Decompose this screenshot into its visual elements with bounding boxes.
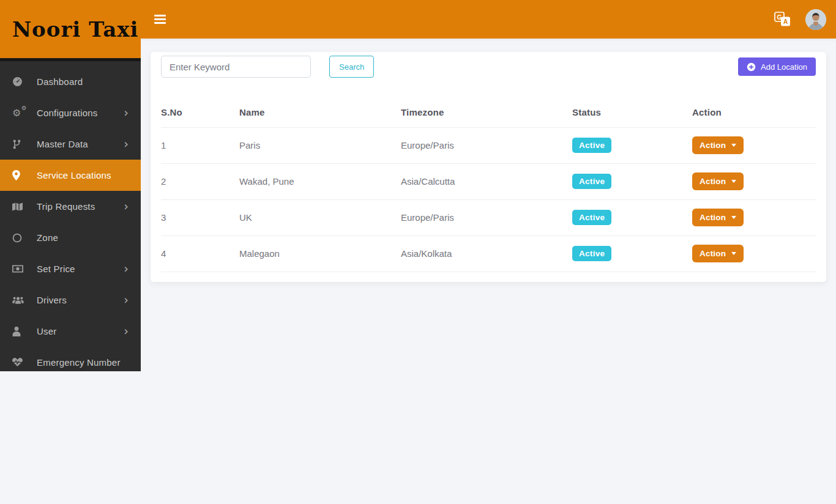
status-badge: Active — [572, 138, 611, 153]
action-button-label: Action — [700, 141, 726, 150]
locations-table: S.No Name Timezone Status Action 1ParisE… — [161, 98, 816, 272]
header-status: Status — [572, 98, 692, 127]
cell-action: Action — [692, 163, 816, 199]
cell-name: Malegaon — [239, 235, 401, 272]
brand-name: Noori Taxi — [12, 17, 138, 42]
service-locations-card: Search Add Location S.No Name Timezone S… — [151, 52, 826, 282]
add-location-label: Add Location — [761, 62, 807, 72]
cell-sno: 3 — [161, 199, 239, 235]
cell-name: Wakad, Pune — [239, 163, 401, 199]
caret-down-icon — [731, 216, 736, 219]
sidebar-item-service-locations[interactable]: Service Locations — [0, 160, 141, 191]
gears-icon: ⚙⚙ — [12, 107, 28, 119]
user-icon — [12, 325, 28, 338]
toolbar: Search Add Location — [161, 56, 816, 78]
topbar-right: G A — [774, 9, 826, 30]
brand-logo[interactable]: Noori Taxi — [0, 0, 141, 61]
sidebar-item-dashboard[interactable]: Dashboard — [0, 66, 141, 97]
table-header-row: S.No Name Timezone Status Action — [161, 98, 816, 127]
action-button-label: Action — [700, 213, 726, 222]
sidebar-item-set-price[interactable]: Set Price› — [0, 253, 141, 284]
map-marker-icon — [12, 169, 28, 182]
header-action: Action — [692, 98, 816, 127]
caret-down-icon — [731, 180, 736, 183]
chevron-right-icon: › — [124, 325, 129, 337]
action-button-label: Action — [700, 249, 726, 258]
cell-action: Action — [692, 235, 816, 272]
search-input[interactable] — [161, 56, 311, 78]
sidebar-item-label: User — [37, 326, 56, 336]
cell-action: Action — [692, 199, 816, 235]
action-dropdown-button[interactable]: Action — [692, 172, 744, 190]
sidebar-item-user[interactable]: User› — [0, 316, 141, 347]
translate-icon[interactable]: G A — [774, 12, 791, 27]
sidebar-item-label: Dashboard — [37, 76, 83, 87]
sidebar-item-label: Drivers — [37, 295, 67, 305]
sidebar-item-label: Zone — [37, 232, 58, 243]
caret-down-icon — [731, 144, 736, 147]
table-row: 2Wakad, PuneAsia/CalcuttaActiveAction — [161, 163, 816, 199]
svg-text:A: A — [783, 18, 788, 25]
cell-status: Active — [572, 163, 692, 199]
chevron-right-icon: › — [124, 201, 129, 212]
sidebar-item-label: Master Data — [37, 139, 88, 149]
sidebar-item-drivers[interactable]: Drivers› — [0, 284, 141, 316]
chevron-right-icon: › — [124, 294, 129, 306]
status-badge: Active — [572, 246, 611, 261]
sidebar-item-trip-requests[interactable]: Trip Requests› — [0, 191, 141, 222]
action-dropdown-button[interactable]: Action — [692, 245, 744, 262]
hamburger-menu-icon[interactable] — [154, 13, 166, 26]
cell-timezone: Asia/Calcutta — [401, 163, 572, 199]
caret-down-icon — [731, 252, 736, 255]
plus-circle-icon — [747, 62, 756, 72]
chevron-right-icon: › — [124, 263, 129, 275]
action-button-label: Action — [700, 177, 726, 186]
dashboard-icon — [12, 76, 28, 88]
cell-status: Active — [572, 199, 692, 235]
sidebar-item-label: Trip Requests — [37, 201, 95, 212]
sidebar-item-emergency-number[interactable]: Emergency Number — [0, 347, 141, 371]
status-badge: Active — [572, 174, 611, 189]
sidebar-item-label: Set Price — [37, 264, 75, 274]
user-avatar[interactable] — [805, 9, 826, 30]
action-dropdown-button[interactable]: Action — [692, 136, 744, 154]
chevron-right-icon: › — [124, 107, 129, 119]
sidebar-item-label: Emergency Number — [37, 357, 121, 368]
sidebar-item-label: Configurations — [37, 108, 98, 118]
sidebar-nav: Dashboard⚙⚙Configurations›Master Data›Se… — [0, 61, 141, 371]
chevron-right-icon: › — [124, 138, 129, 150]
action-dropdown-button[interactable]: Action — [692, 209, 744, 226]
money-icon — [12, 263, 28, 275]
users-icon — [12, 294, 28, 306]
sidebar-item-label: Service Locations — [37, 170, 111, 180]
sidebar-item-master-data[interactable]: Master Data› — [0, 128, 141, 160]
header-sno: S.No — [161, 98, 239, 127]
sidebar-item-configurations[interactable]: ⚙⚙Configurations› — [0, 97, 141, 128]
circle-icon — [12, 232, 28, 244]
sidebar: Noori Taxi Dashboard⚙⚙Configurations›Mas… — [0, 0, 141, 371]
map-icon — [12, 201, 28, 213]
status-badge: Active — [572, 210, 611, 225]
header-name: Name — [239, 98, 401, 127]
cell-name: UK — [239, 199, 401, 235]
cell-sno: 2 — [161, 163, 239, 199]
header-timezone: Timezone — [401, 98, 572, 127]
cell-timezone: Europe/Paris — [401, 199, 572, 235]
add-location-button[interactable]: Add Location — [738, 57, 816, 76]
topbar: G A — [141, 0, 836, 39]
table-row: 4MalegaonAsia/KolkataActiveAction — [161, 235, 816, 272]
cell-sno: 4 — [161, 235, 239, 272]
sidebar-item-zone[interactable]: Zone — [0, 222, 141, 253]
cell-timezone: Europe/Paris — [401, 127, 572, 163]
cell-name: Paris — [239, 127, 401, 163]
cell-timezone: Asia/Kolkata — [401, 235, 572, 272]
cell-status: Active — [572, 235, 692, 272]
table-row: 3UKEurope/ParisActiveAction — [161, 199, 816, 235]
search-button[interactable]: Search — [329, 56, 374, 78]
cell-sno: 1 — [161, 127, 239, 163]
cell-status: Active — [572, 127, 692, 163]
cell-action: Action — [692, 127, 816, 163]
branch-icon — [12, 138, 28, 150]
heartbeat-icon — [12, 357, 28, 369]
table-row: 1ParisEurope/ParisActiveAction — [161, 127, 816, 163]
